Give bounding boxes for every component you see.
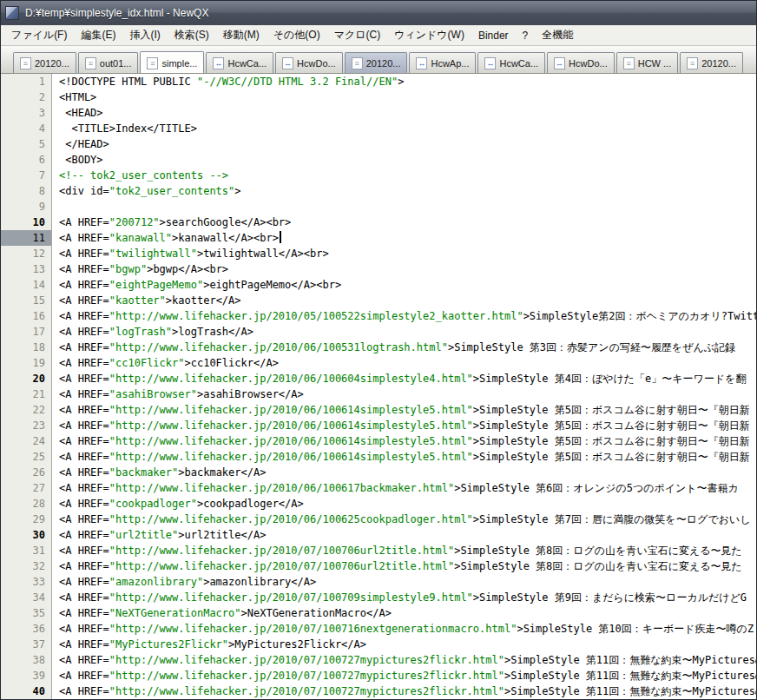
tab-20120-3[interactable]: ≡20120... (680, 52, 743, 73)
code-line[interactable]: 9 (1, 199, 756, 215)
code-line[interactable]: 10<A HREF="200712">searchGoogle</A><br> (1, 215, 756, 230)
tab-out01[interactable]: ≡out01... (78, 52, 139, 73)
line-number: 6 (1, 152, 51, 168)
window-title: D:¥temp¥simplestyle_idx.html - NewQX (25, 7, 208, 19)
code-line[interactable]: 1<!DOCTYPE HTML PUBLIC "-//W3C//DTD HTML… (1, 74, 756, 89)
tab-simple[interactable]: ≡simple... (140, 51, 204, 74)
menu-item-search[interactable]: 検索(S) (168, 25, 216, 45)
code-line[interactable]: 11<A HREF="kanawall">kanawall</A><br> (1, 230, 756, 246)
line-number: 2 (1, 89, 51, 105)
code-line[interactable]: 5 </HEAD> (1, 136, 756, 152)
menu-item-others[interactable]: その他(O) (267, 25, 327, 45)
tab-20120-2[interactable]: ≡20120... (345, 52, 408, 73)
tab-hcwdo-1[interactable]: ↔HcwDo... (275, 52, 343, 73)
menu-item-insert[interactable]: 挿入(I) (122, 25, 167, 45)
code-line[interactable]: 17<A HREF="logTrash">logTrash</A> (1, 324, 756, 340)
menu-item-file[interactable]: ファイル(F) (4, 25, 74, 45)
code-line[interactable]: 8<div id="tok2_user_contents"> (1, 183, 756, 199)
code-text: <A HREF="eightPageMemo">eightPageMemo</A… (51, 277, 756, 293)
tab-hcwdo-2[interactable]: ↔HcwDo... (547, 52, 615, 73)
code-line[interactable]: 4 <TITLE>Index</TITLE> (1, 121, 756, 136)
code-line[interactable]: 40<A HREF="http://www.lifehacker.jp/2010… (1, 683, 756, 699)
line-number: 21 (1, 386, 51, 402)
code-text: <A HREF="twilightwall">twilightwall</A><… (51, 246, 756, 261)
code-line[interactable]: 23<A HREF="http://www.lifehacker.jp/2010… (1, 418, 756, 433)
line-number: 10 (1, 215, 51, 230)
title-bar[interactable]: D:¥temp¥simplestyle_idx.html - NewQX (1, 1, 756, 25)
code-line[interactable]: 32<A HREF="http://www.lifehacker.jp/2010… (1, 558, 756, 574)
menu-item-binder[interactable]: Binder (471, 27, 516, 44)
code-text: <A HREF="http://www.lifehacker.jp/2010/0… (51, 433, 756, 449)
code-line[interactable]: 26<A HREF="backmaker">backmaker</A> (1, 465, 756, 480)
code-line[interactable]: 24<A HREF="http://www.lifehacker.jp/2010… (1, 433, 756, 449)
code-line[interactable]: 37<A HREF="MyPictures2Flickr">MyPictures… (1, 637, 756, 652)
tab-hcwca-2[interactable]: ↔HcwCa... (477, 52, 545, 73)
code-text: <A HREF="NeXTGenerationMacro">NeXTGenera… (51, 605, 756, 621)
line-number: 25 (1, 449, 51, 465)
line-number: 32 (1, 558, 51, 574)
code-line[interactable]: 38<A HREF="http://www.lifehacker.jp/2010… (1, 652, 756, 668)
code-line[interactable]: 39<A HREF="http://www.lifehacker.jp/2010… (1, 668, 756, 683)
document-icon: ≡ (147, 57, 158, 69)
code-line[interactable]: 21<A HREF="asahiBrowser">asahiBrowser</A… (1, 386, 756, 402)
line-number: 23 (1, 418, 51, 433)
code-line[interactable]: 28<A HREF="cookpadloger">cookpadloger</A… (1, 496, 756, 512)
menu-item-move[interactable]: 移動(M) (216, 25, 267, 45)
document-icon: ≡ (352, 57, 363, 69)
code-text: <BODY> (51, 152, 756, 168)
code-line[interactable]: 2<HTML> (1, 89, 756, 105)
tab-20120-1[interactable]: ≡20120... (13, 52, 76, 73)
menu-item-edit[interactable]: 編集(E) (74, 25, 122, 45)
code-text: <A HREF="cookpadloger">cookpadloger</A> (51, 496, 756, 512)
tab-hcwca-1[interactable]: ↔HcwCa... (206, 52, 273, 73)
code-line[interactable]: 35<A HREF="NeXTGenerationMacro">NeXTGene… (1, 605, 756, 621)
code-line[interactable]: 12<A HREF="twilightwall">twilightwall</A… (1, 246, 756, 261)
code-line[interactable]: 25<A HREF="http://www.lifehacker.jp/2010… (1, 449, 756, 465)
line-number: 19 (1, 355, 51, 371)
code-line[interactable]: 22<A HREF="http://www.lifehacker.jp/2010… (1, 402, 756, 418)
code-text: <A HREF="MyPictures2Flickr">MyPictures2F… (51, 637, 756, 652)
code-line[interactable]: 6 <BODY> (1, 152, 756, 168)
line-number: 22 (1, 402, 51, 418)
code-line[interactable]: 19<A HREF="cc10Flickr">cc10Flickr</A> (1, 355, 756, 371)
menu-item-help[interactable]: ? (516, 27, 536, 44)
line-number: 31 (1, 543, 51, 558)
code-line[interactable]: 33<A HREF="amazonlibrary">amazonlibrary<… (1, 574, 756, 590)
line-number: 34 (1, 590, 51, 605)
line-number: 36 (1, 621, 51, 637)
line-number: 39 (1, 668, 51, 683)
menu-item-window[interactable]: ウィンドウ(W) (387, 25, 471, 45)
code-line[interactable]: 16<A HREF="http://www.lifehacker.jp/2010… (1, 308, 756, 324)
code-line[interactable]: 36<A HREF="http://www.lifehacker.jp/2010… (1, 621, 756, 637)
line-number: 33 (1, 574, 51, 590)
tab-hcw[interactable]: ≡HCW ... (616, 52, 679, 73)
code-line[interactable]: 3 <HEAD> (1, 105, 756, 121)
macro-document-icon: ↔ (484, 57, 496, 69)
tab-hcwap[interactable]: ↔HcwAp... (409, 52, 476, 73)
code-line[interactable]: 30<A HREF="url2title">url2title</A> (1, 527, 756, 543)
code-lines: 1<!DOCTYPE HTML PUBLIC "-//W3C//DTD HTML… (1, 74, 756, 699)
menu-item-all-functions[interactable]: 全機能 (535, 25, 580, 45)
tab-label: 20120... (701, 58, 736, 69)
code-line[interactable]: 13<A HREF="bgwp">bgwp</A><br> (1, 261, 756, 277)
code-line[interactable]: 18<A HREF="http://www.lifehacker.jp/2010… (1, 340, 756, 355)
editor-pane[interactable]: 1<!DOCTYPE HTML PUBLIC "-//W3C//DTD HTML… (1, 74, 756, 699)
code-text: <HEAD> (51, 105, 756, 121)
code-text: <A HREF="http://www.lifehacker.jp/2010/0… (51, 652, 756, 668)
code-text: <A HREF="http://www.lifehacker.jp/2010/0… (51, 543, 756, 558)
tab-label: 20120... (35, 58, 69, 69)
code-text: <A HREF="http://www.lifehacker.jp/2010/0… (51, 371, 756, 386)
menu-item-macro[interactable]: マクロ(C) (327, 25, 388, 45)
code-text: <A HREF="logTrash">logTrash</A> (51, 324, 756, 340)
code-line[interactable]: 31<A HREF="http://www.lifehacker.jp/2010… (1, 543, 756, 558)
line-number: 26 (1, 465, 51, 480)
line-number: 4 (1, 121, 51, 136)
code-line[interactable]: 20<A HREF="http://www.lifehacker.jp/2010… (1, 371, 756, 386)
code-line[interactable]: 7<!-- tok2_user_contents --> (1, 168, 756, 183)
code-line[interactable]: 27<A HREF="http://www.lifehacker.jp/2010… (1, 480, 756, 496)
code-line[interactable]: 15<A HREF="kaotter">kaotter</A> (1, 293, 756, 308)
code-line[interactable]: 14<A HREF="eightPageMemo">eightPageMemo<… (1, 277, 756, 293)
code-line[interactable]: 29<A HREF="http://www.lifehacker.jp/2010… (1, 512, 756, 527)
line-number: 27 (1, 480, 51, 496)
code-line[interactable]: 34<A HREF="http://www.lifehacker.jp/2010… (1, 590, 756, 605)
